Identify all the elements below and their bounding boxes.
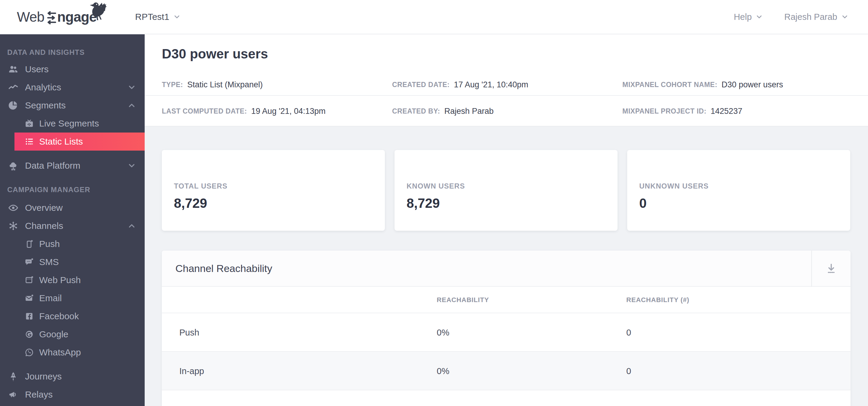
sidebar-item-label: Data Platform bbox=[25, 161, 80, 171]
webengage-logo[interactable]: Web ngage bbox=[17, 0, 96, 34]
table-row-partial bbox=[162, 390, 850, 406]
sidebar-item-analytics[interactable]: Analytics bbox=[0, 78, 145, 96]
live-segments-icon bbox=[24, 119, 34, 128]
static-lists-icon bbox=[24, 137, 34, 146]
chevron-down-icon bbox=[127, 161, 136, 170]
meta-label: MIXPANEL PROJECT ID: bbox=[622, 107, 707, 115]
sidebar-item-label: Static Lists bbox=[39, 136, 83, 147]
sidebar-item-google[interactable]: Google bbox=[0, 325, 145, 343]
panel-title: Channel Reachability bbox=[176, 263, 272, 274]
stat-label: KNOWN USERS bbox=[407, 182, 618, 190]
sidebar-section-data-and-insights: DATA AND INSIGHTS bbox=[0, 44, 145, 60]
sidebar-item-label: Users bbox=[25, 64, 49, 74]
cell-channel: In-app bbox=[179, 352, 204, 390]
meta-value: 1425237 bbox=[711, 107, 742, 116]
stat-card-total-users: TOTAL USERS 8,729 bbox=[162, 150, 385, 231]
facebook-icon bbox=[24, 311, 34, 321]
meta-created-by: CREATED BY: Rajesh Parab bbox=[392, 107, 494, 116]
sidebar-item-label: SMS bbox=[39, 257, 59, 267]
sidebar-item-label: Overview bbox=[25, 203, 63, 213]
download-icon bbox=[824, 262, 838, 276]
sidebar-item-label: Analytics bbox=[25, 82, 61, 93]
analytics-icon bbox=[7, 82, 19, 93]
page-title: D30 power users bbox=[162, 46, 268, 62]
cell-reachability: 0% bbox=[437, 352, 450, 390]
sidebar-item-sms[interactable]: SMS bbox=[0, 253, 145, 271]
meta-value: 19 Aug '21, 04:13pm bbox=[251, 107, 326, 116]
column-header-reachability-count: REACHABILITY (#) bbox=[626, 287, 689, 313]
stat-value: 0 bbox=[639, 196, 850, 211]
logo-arrows-e-icon bbox=[45, 11, 56, 25]
meta-created-date: CREATED DATE: 17 Aug '21, 10:40pm bbox=[392, 80, 528, 90]
meta-value: 17 Aug '21, 10:40pm bbox=[454, 80, 528, 90]
channels-hub-icon bbox=[7, 221, 19, 231]
data-platform-icon bbox=[7, 160, 19, 171]
sidebar-item-users[interactable]: Users bbox=[0, 60, 145, 78]
sidebar-item-web-push[interactable]: Web Push bbox=[0, 271, 145, 289]
sidebar-item-journeys[interactable]: Journeys bbox=[0, 367, 145, 385]
page-header: D30 power users TYPE: Static List (Mixpa… bbox=[145, 34, 868, 127]
sidebar-item-live-segments[interactable]: Live Segments bbox=[0, 114, 145, 133]
sidebar-item-label: Relays bbox=[25, 390, 53, 400]
sidebar-item-label: WhatsApp bbox=[39, 347, 81, 358]
top-bar: Web ngage RPTest1 bbox=[0, 0, 868, 34]
web-push-icon bbox=[24, 275, 34, 285]
sms-icon bbox=[24, 257, 34, 267]
sidebar-item-label: Channels bbox=[25, 221, 63, 231]
meta-mixpanel-project-id: MIXPANEL PROJECT ID: 1425237 bbox=[622, 107, 742, 116]
chevron-up-icon bbox=[127, 222, 136, 230]
topbar-right: Help Rajesh Parab bbox=[734, 12, 849, 22]
logo-text-web: Web bbox=[17, 9, 44, 25]
eye-icon bbox=[7, 202, 19, 213]
stat-value: 8,729 bbox=[174, 196, 385, 211]
sidebar-item-channels[interactable]: Channels bbox=[0, 217, 145, 235]
project-switcher[interactable]: RPTest1 bbox=[135, 12, 181, 22]
sidebar-item-overview[interactable]: Overview bbox=[0, 199, 145, 217]
sidebar-item-static-lists[interactable]: Static Lists bbox=[14, 133, 145, 150]
megaphone-icon bbox=[7, 389, 19, 400]
cell-reachability-count: 0 bbox=[626, 313, 631, 352]
user-name: Rajesh Parab bbox=[784, 12, 837, 22]
help-label: Help bbox=[734, 12, 752, 22]
sidebar-item-email[interactable]: Email bbox=[0, 289, 145, 307]
cell-channel: Push bbox=[179, 313, 199, 352]
chevron-down-icon bbox=[841, 13, 849, 21]
sidebar-item-segments[interactable]: Segments bbox=[0, 96, 145, 114]
sidebar-item-label: Journeys bbox=[25, 371, 62, 382]
channel-reachability-panel: Channel Reachability REACHABILITY REACHA… bbox=[162, 250, 850, 406]
project-name: RPTest1 bbox=[135, 12, 169, 22]
sidebar-item-push[interactable]: Push bbox=[0, 235, 145, 253]
stat-card-unknown-users: UNKNOWN USERS 0 bbox=[627, 150, 850, 231]
google-icon bbox=[24, 330, 34, 339]
cell-reachability: 0% bbox=[437, 313, 450, 352]
sidebar-item-label: Push bbox=[39, 239, 60, 249]
meta-label: MIXPANEL COHORT NAME: bbox=[622, 81, 717, 89]
chevron-down-icon bbox=[755, 13, 763, 21]
download-button[interactable] bbox=[811, 250, 850, 287]
table-header-row: REACHABILITY REACHABILITY (#) bbox=[162, 287, 850, 313]
sidebar-item-data-platform[interactable]: Data Platform bbox=[0, 157, 145, 175]
user-menu[interactable]: Rajesh Parab bbox=[784, 12, 849, 22]
sidebar-item-facebook[interactable]: Facebook bbox=[0, 307, 145, 325]
whatsapp-icon bbox=[24, 347, 34, 357]
table-row-in-app: In-app 0% 0 bbox=[162, 352, 850, 390]
meta-type: TYPE: Static List (Mixpanel) bbox=[162, 80, 263, 90]
sidebar-item-label: Web Push bbox=[39, 275, 81, 285]
meta-last-computed-date: LAST COMPUTED DATE: 19 Aug '21, 04:13pm bbox=[162, 107, 326, 116]
sidebar-item-whatsapp[interactable]: WhatsApp bbox=[0, 343, 145, 362]
help-menu[interactable]: Help bbox=[734, 12, 764, 22]
users-icon bbox=[7, 64, 19, 75]
sidebar-item-relays[interactable]: Relays bbox=[0, 385, 145, 404]
sidebar-item-label: Live Segments bbox=[39, 119, 99, 129]
sidebar-item-label: Segments bbox=[25, 100, 66, 110]
meta-label: CREATED BY: bbox=[392, 107, 440, 115]
rocket-icon bbox=[7, 371, 19, 382]
stat-card-known-users: KNOWN USERS 8,729 bbox=[395, 150, 618, 231]
cell-reachability-count: 0 bbox=[626, 352, 631, 390]
meta-value: Rajesh Parab bbox=[444, 107, 494, 116]
main-content: D30 power users TYPE: Static List (Mixpa… bbox=[145, 34, 868, 406]
meta-value: Static List (Mixpanel) bbox=[187, 80, 263, 90]
column-header-reachability: REACHABILITY bbox=[437, 287, 489, 313]
panel-header: Channel Reachability bbox=[162, 250, 850, 287]
email-icon bbox=[24, 293, 34, 303]
